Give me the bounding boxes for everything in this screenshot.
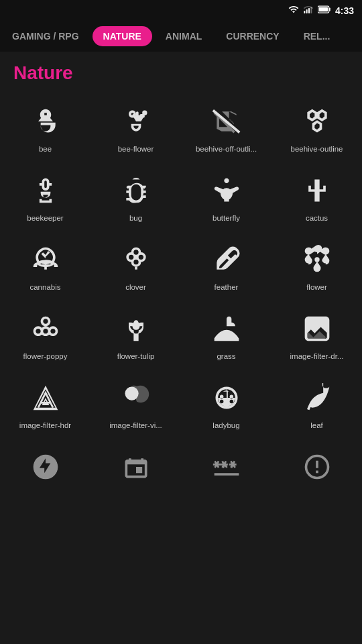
list-item[interactable] bbox=[181, 440, 272, 499]
wifi-icon bbox=[288, 4, 299, 17]
svg-rect-1 bbox=[306, 9, 308, 13]
icon-label: bug bbox=[129, 213, 142, 223]
list-item[interactable]: bee bbox=[0, 95, 90, 164]
icon-label: image-filter-vi... bbox=[109, 421, 162, 431]
bee-icon bbox=[28, 104, 63, 139]
list-item[interactable]: image-filter-vi... bbox=[90, 371, 181, 440]
list-item[interactable]: leaf bbox=[272, 371, 362, 440]
svg-rect-3 bbox=[310, 7, 312, 13]
tab-currency[interactable]: CURRENCY bbox=[215, 26, 290, 46]
tab-nature[interactable]: NATURE bbox=[93, 26, 152, 46]
image-filter-vi-icon bbox=[119, 380, 154, 415]
beekeeper-icon bbox=[28, 173, 63, 208]
icon-label: flower-tulip bbox=[117, 352, 155, 362]
icon-label: ladybug bbox=[213, 421, 239, 431]
list-item[interactable]: flower-poppy bbox=[0, 302, 90, 371]
svg-rect-5 bbox=[329, 8, 330, 11]
signal-icon bbox=[303, 4, 314, 17]
image-filter-dr-icon bbox=[300, 311, 335, 346]
nav-tabs: GAMING / RPG NATURE ANIMAL CURRENCY REL.… bbox=[0, 21, 362, 52]
more-icon-1 bbox=[28, 449, 63, 484]
beehive-off-outline-icon bbox=[209, 104, 244, 139]
grass-icon bbox=[209, 311, 244, 346]
icon-label: bee-flower bbox=[118, 144, 154, 154]
list-item[interactable]: beekeeper bbox=[0, 164, 90, 233]
icon-label: clover bbox=[125, 282, 146, 292]
list-item[interactable]: feather bbox=[181, 233, 272, 302]
list-item[interactable] bbox=[90, 440, 181, 499]
ladybug-icon bbox=[209, 380, 244, 415]
icon-label: image-filter-hdr bbox=[19, 421, 71, 431]
beehive-outline-icon bbox=[300, 104, 335, 139]
status-bar: 4:33 bbox=[0, 0, 362, 21]
list-item[interactable]: bee-flower bbox=[90, 95, 181, 164]
more-icon-4 bbox=[300, 449, 335, 484]
flower-tulip-icon bbox=[119, 311, 154, 346]
icon-label: flower-poppy bbox=[23, 352, 68, 362]
list-item[interactable] bbox=[0, 440, 90, 499]
list-item[interactable]: ladybug bbox=[181, 371, 272, 440]
icon-label: cannabis bbox=[29, 282, 60, 292]
page-title: Nature bbox=[0, 52, 362, 89]
list-item[interactable]: bug bbox=[90, 164, 181, 233]
clover-icon bbox=[119, 242, 154, 277]
icon-grid: bee bee-flower beehive-off-outli... beeh… bbox=[0, 89, 362, 504]
icon-label: bee bbox=[39, 144, 52, 154]
more-icon-2 bbox=[119, 449, 154, 484]
svg-rect-0 bbox=[304, 11, 305, 13]
list-item[interactable]: grass bbox=[181, 302, 272, 371]
status-time: 4:33 bbox=[335, 5, 354, 16]
image-filter-hdr-icon bbox=[28, 380, 63, 415]
list-item[interactable]: cannabis bbox=[0, 233, 90, 302]
icon-label: grass bbox=[217, 352, 235, 362]
list-item[interactable]: butterfly bbox=[181, 164, 272, 233]
list-item[interactable]: cactus bbox=[272, 164, 362, 233]
butterfly-icon bbox=[209, 173, 244, 208]
icon-label: flower bbox=[306, 282, 327, 292]
cannabis-icon bbox=[28, 242, 63, 277]
bug-icon bbox=[119, 173, 154, 208]
svg-rect-6 bbox=[319, 7, 328, 12]
battery-icon bbox=[318, 4, 331, 17]
icon-label: beekeeper bbox=[27, 213, 63, 223]
icon-label: beehive-off-outli... bbox=[196, 144, 257, 154]
leaf-icon bbox=[300, 380, 335, 415]
icon-label: leaf bbox=[310, 421, 323, 431]
flower-poppy-icon bbox=[28, 311, 63, 346]
list-item[interactable] bbox=[272, 440, 362, 499]
list-item[interactable]: beehive-outline bbox=[272, 95, 362, 164]
icon-label: cactus bbox=[306, 213, 328, 223]
icon-label: image-filter-dr... bbox=[290, 352, 344, 362]
svg-point-7 bbox=[142, 111, 147, 115]
tab-animal[interactable]: ANIMAL bbox=[155, 26, 213, 46]
more-icon-3 bbox=[209, 449, 244, 484]
flower-icon bbox=[300, 242, 335, 277]
tab-religion[interactable]: REL... bbox=[293, 26, 341, 46]
feather-icon bbox=[209, 242, 244, 277]
list-item[interactable]: flower bbox=[272, 233, 362, 302]
list-item[interactable]: flower-tulip bbox=[90, 302, 181, 371]
cactus-icon bbox=[300, 173, 335, 208]
icon-label: butterfly bbox=[213, 213, 240, 223]
list-item[interactable]: image-filter-hdr bbox=[0, 371, 90, 440]
icon-label: feather bbox=[215, 282, 239, 292]
list-item[interactable]: image-filter-dr... bbox=[272, 302, 362, 371]
tab-gaming[interactable]: GAMING / RPG bbox=[1, 26, 90, 46]
list-item[interactable]: clover bbox=[90, 233, 181, 302]
icon-label: beehive-outline bbox=[290, 144, 343, 154]
svg-rect-2 bbox=[308, 8, 310, 13]
list-item[interactable]: beehive-off-outli... bbox=[181, 95, 272, 164]
bee-flower-icon bbox=[119, 104, 154, 139]
